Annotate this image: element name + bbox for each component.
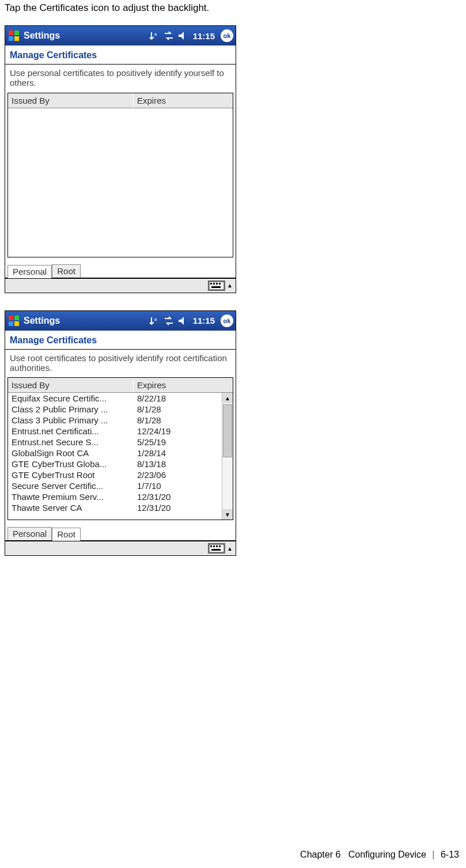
- svg-rect-11: [9, 316, 13, 320]
- table-row[interactable]: Entrust.net Certificati...12/24/19: [8, 426, 222, 437]
- scroll-up-arrow-icon[interactable]: ▲: [222, 393, 233, 403]
- tab-root[interactable]: Root: [52, 264, 81, 278]
- vertical-scrollbar[interactable]: ▲ ▼: [222, 393, 233, 520]
- cell-expires: 8/22/18: [134, 393, 222, 404]
- footer-page-number: 6-13: [441, 850, 459, 859]
- input-panel-bar: ▲: [5, 541, 236, 555]
- page-title: Manage Certificates: [5, 331, 236, 349]
- cell-expires: 2/23/06: [134, 469, 222, 480]
- cell-expires: 12/31/20: [134, 502, 222, 513]
- svg-rect-3: [14, 36, 19, 41]
- ok-button[interactable]: ok: [221, 314, 233, 327]
- cell-expires: 12/31/20: [134, 491, 222, 502]
- svg-rect-8: [216, 283, 218, 285]
- table-row[interactable]: GTE CyberTrust Globa...8/13/18: [8, 458, 222, 469]
- table-row[interactable]: Entrust.net Secure S...5/25/19: [8, 437, 222, 448]
- svg-rect-7: [213, 283, 215, 285]
- cell-expires: 1/7/10: [134, 480, 222, 491]
- clock-time: 11:15: [193, 316, 215, 325]
- cell-issued-by: Entrust.net Certificati...: [8, 426, 134, 437]
- svg-rect-10: [211, 286, 221, 288]
- page-footer: Chapter 6 Configuring Device | 6-13: [300, 850, 459, 860]
- svg-rect-13: [9, 321, 13, 326]
- table-body[interactable]: Equifax Secure Certific...8/22/18Class 2…: [8, 393, 222, 520]
- start-flag-icon[interactable]: [7, 29, 20, 42]
- start-flag-icon[interactable]: [7, 314, 20, 327]
- keyboard-icon[interactable]: [208, 543, 225, 554]
- tab-bar: Personal Root: [5, 261, 236, 278]
- svg-text:x: x: [154, 32, 157, 37]
- ok-button[interactable]: ok: [221, 29, 233, 42]
- cell-expires: 12/24/19: [134, 426, 222, 437]
- col-expires[interactable]: Expires: [134, 93, 233, 108]
- cell-issued-by: Class 3 Public Primary ...: [8, 415, 134, 426]
- tab-bar: Personal Root: [5, 524, 236, 541]
- table-body-empty: [8, 108, 233, 257]
- status-bar: Settings x 11:15 ok: [5, 311, 236, 331]
- table-row[interactable]: Equifax Secure Certific...8/22/18: [8, 393, 222, 404]
- cell-issued-by: Thawte Premium Serv...: [8, 491, 134, 502]
- table-row[interactable]: Class 2 Public Primary ...8/1/28: [8, 404, 222, 415]
- svg-rect-17: [210, 545, 212, 547]
- cell-issued-by: Equifax Secure Certific...: [8, 393, 134, 404]
- tab-personal[interactable]: Personal: [7, 265, 52, 278]
- sip-up-arrow-icon[interactable]: ▲: [226, 544, 233, 553]
- speaker-icon[interactable]: [177, 30, 188, 41]
- table-row[interactable]: GTE CyberTrust Root2/23/06: [8, 469, 222, 480]
- tab-personal[interactable]: Personal: [7, 527, 52, 540]
- svg-rect-2: [9, 36, 13, 41]
- app-title: Settings: [24, 31, 60, 41]
- instruction-text: Tap the Certificates icon to adjust the …: [5, 2, 461, 14]
- signal-icon[interactable]: x: [149, 30, 161, 41]
- keyboard-icon[interactable]: [208, 281, 225, 291]
- cell-expires: 8/1/28: [134, 404, 222, 415]
- scroll-track[interactable]: [222, 403, 233, 509]
- clock-time: 11:15: [193, 31, 215, 41]
- svg-rect-1: [14, 31, 19, 35]
- col-issued-by[interactable]: Issued By: [8, 93, 134, 108]
- table-header: Issued By Expires: [8, 378, 233, 393]
- cell-expires: 5/25/19: [134, 437, 222, 448]
- svg-rect-9: [219, 283, 221, 285]
- device-screenshot-personal: Settings x 11:15 ok Manage Certificates …: [5, 25, 236, 293]
- svg-rect-20: [219, 545, 221, 547]
- footer-separator: |: [432, 850, 434, 859]
- table-row[interactable]: Class 3 Public Primary ...8/1/28: [8, 415, 222, 426]
- table-row[interactable]: GlobalSign Root CA1/28/14: [8, 448, 222, 458]
- svg-rect-6: [210, 283, 212, 285]
- table-row[interactable]: Secure Server Certific...1/7/10: [8, 480, 222, 491]
- page-description: Use root certificates to positively iden…: [5, 350, 236, 378]
- svg-rect-14: [14, 321, 19, 326]
- col-issued-by[interactable]: Issued By: [8, 378, 134, 392]
- svg-rect-12: [14, 316, 19, 320]
- signal-icon[interactable]: x: [149, 315, 161, 327]
- app-title: Settings: [24, 316, 60, 326]
- svg-rect-21: [211, 549, 221, 551]
- footer-chapter: Chapter 6: [300, 850, 340, 859]
- footer-title: Configuring Device: [348, 850, 426, 859]
- cell-issued-by: GTE CyberTrust Root: [8, 469, 134, 480]
- svg-rect-18: [213, 545, 215, 547]
- connection-icon[interactable]: [163, 30, 175, 41]
- speaker-icon[interactable]: [177, 315, 188, 327]
- scroll-thumb[interactable]: [223, 404, 232, 457]
- table-row[interactable]: Thawte Server CA12/31/20: [8, 502, 222, 513]
- cell-issued-by: Class 2 Public Primary ...: [8, 404, 134, 415]
- page-title: Manage Certificates: [5, 46, 236, 64]
- cell-expires: 1/28/14: [134, 448, 222, 458]
- cell-issued-by: GlobalSign Root CA: [8, 448, 134, 458]
- col-expires[interactable]: Expires: [134, 378, 222, 392]
- connection-icon[interactable]: [163, 315, 175, 327]
- certificates-table: Issued By Expires: [7, 93, 233, 257]
- page-description: Use personal certificates to positively …: [5, 65, 236, 93]
- sip-up-arrow-icon[interactable]: ▲: [226, 281, 233, 290]
- status-bar: Settings x 11:15 ok: [5, 26, 236, 46]
- certificates-table: Issued By Expires Equifax Secure Certifi…: [7, 377, 233, 520]
- scroll-down-arrow-icon[interactable]: ▼: [222, 509, 233, 520]
- device-screenshot-root: Settings x 11:15 ok Manage Certificates …: [5, 310, 236, 556]
- table-row[interactable]: Thawte Premium Serv...12/31/20: [8, 491, 222, 502]
- svg-rect-0: [9, 31, 13, 35]
- cell-expires: 8/13/18: [134, 458, 222, 469]
- tab-root[interactable]: Root: [52, 528, 81, 541]
- svg-rect-19: [216, 545, 218, 547]
